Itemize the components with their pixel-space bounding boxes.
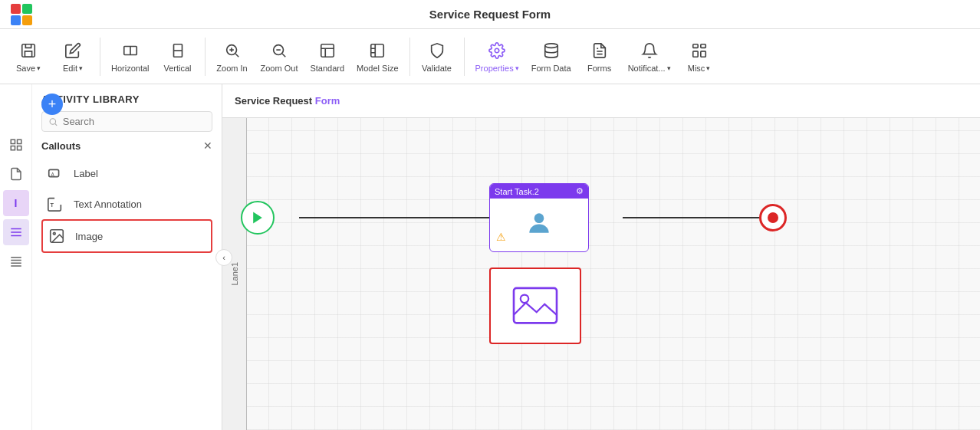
model-size-button[interactable]: Model Size bbox=[352, 34, 403, 80]
svg-rect-23 bbox=[17, 140, 21, 143]
list-item-image[interactable]: Image bbox=[41, 219, 212, 253]
divider-1 bbox=[100, 38, 100, 76]
side-tab-doc[interactable] bbox=[3, 161, 29, 187]
save-button[interactable]: Save▾ bbox=[8, 34, 49, 80]
edit-button[interactable]: Edit▾ bbox=[52, 34, 94, 80]
vertical-button[interactable]: Vertical bbox=[157, 34, 199, 80]
canvas-area[interactable]: Service Request Form Lane1 bbox=[222, 84, 980, 430]
side-tabs: I bbox=[0, 84, 32, 430]
vertical-icon bbox=[167, 40, 189, 61]
main-area: I + ACTIVITY LIBRARY bbox=[0, 84, 980, 430]
image-node[interactable] bbox=[489, 268, 581, 344]
divider-2 bbox=[205, 38, 206, 76]
svg-text:A: A bbox=[51, 172, 55, 177]
vertical-label: Vertical bbox=[163, 64, 191, 73]
image-icon bbox=[46, 225, 67, 247]
canvas-title-highlight: Form bbox=[315, 95, 340, 107]
svg-rect-21 bbox=[700, 51, 705, 57]
user-icon bbox=[525, 208, 554, 238]
canvas-title: Service Request Form bbox=[235, 95, 340, 107]
lane-header: Lane1 bbox=[222, 118, 247, 430]
edit-icon bbox=[62, 40, 84, 61]
end-node[interactable] bbox=[759, 204, 787, 231]
misc-button[interactable]: Misc▾ bbox=[679, 34, 720, 80]
side-tab-i[interactable]: I bbox=[3, 190, 29, 216]
model-size-icon bbox=[367, 40, 388, 61]
section-header: Callouts ✕ bbox=[41, 140, 212, 152]
form-data-icon bbox=[541, 40, 562, 61]
svg-text:T: T bbox=[51, 202, 54, 208]
zoom-in-label: Zoom In bbox=[216, 64, 247, 73]
task-node[interactable]: Start Task.2 ⚙ ⚠ bbox=[489, 183, 589, 252]
svg-point-42 bbox=[534, 213, 544, 223]
task-title: Start Task.2 bbox=[495, 187, 539, 196]
add-button[interactable]: + bbox=[41, 94, 63, 115]
search-input[interactable] bbox=[63, 116, 206, 127]
horizontal-button[interactable]: Horizontal bbox=[107, 34, 154, 80]
task-gear-icon[interactable]: ⚙ bbox=[576, 186, 584, 196]
collapse-button[interactable]: ‹ bbox=[215, 249, 232, 266]
label-icon: A bbox=[44, 162, 66, 184]
flow-diagram bbox=[247, 118, 980, 430]
standard-button[interactable]: Standard bbox=[305, 34, 349, 80]
canvas-title-bar: Service Request Form bbox=[222, 84, 980, 118]
misc-label: Misc▾ bbox=[688, 64, 711, 73]
form-data-button[interactable]: Form Data bbox=[527, 34, 576, 80]
validate-label: Validate bbox=[422, 64, 452, 73]
svg-point-33 bbox=[50, 118, 55, 123]
list-item-label[interactable]: A Label bbox=[41, 158, 212, 189]
divider-3 bbox=[409, 38, 410, 76]
app-logo bbox=[11, 4, 32, 25]
svg-rect-13 bbox=[371, 44, 384, 57]
sidebar: I + ACTIVITY LIBRARY bbox=[0, 84, 222, 430]
lane-label: Lane1 bbox=[230, 262, 239, 286]
top-bar: Service Request Form bbox=[0, 0, 980, 29]
end-inner bbox=[768, 212, 778, 223]
edit-label: Edit▾ bbox=[63, 64, 83, 73]
side-tab-grid[interactable] bbox=[3, 132, 29, 158]
image-placeholder-icon bbox=[508, 283, 562, 329]
panel-header: ACTIVITY LIBRARY bbox=[41, 94, 212, 105]
validate-icon bbox=[426, 40, 448, 61]
properties-button[interactable]: Properties▾ bbox=[471, 34, 524, 80]
properties-label: Properties▾ bbox=[475, 64, 519, 73]
section-title: Callouts bbox=[41, 140, 81, 152]
forms-icon bbox=[589, 40, 610, 61]
page-title: Service Request Form bbox=[429, 8, 551, 21]
zoom-out-label: Zoom Out bbox=[261, 64, 298, 73]
image-item-text: Image bbox=[75, 231, 103, 242]
svg-line-34 bbox=[55, 123, 57, 125]
svg-rect-0 bbox=[22, 44, 35, 57]
start-play-icon bbox=[250, 210, 265, 225]
svg-rect-22 bbox=[11, 140, 15, 143]
search-icon bbox=[48, 117, 58, 127]
side-tab-lines[interactable] bbox=[3, 219, 29, 245]
text-annotation-item-text: Text Annotation bbox=[74, 199, 142, 210]
svg-rect-43 bbox=[514, 288, 557, 323]
toolbar: Save▾ Edit▾ Horizontal bbox=[0, 29, 980, 84]
validate-button[interactable]: Validate bbox=[416, 34, 458, 80]
misc-icon bbox=[689, 40, 710, 61]
form-data-label: Form Data bbox=[531, 64, 571, 73]
svg-point-39 bbox=[53, 232, 55, 235]
svg-point-15 bbox=[544, 44, 557, 48]
forms-button[interactable]: Forms bbox=[579, 34, 620, 80]
start-node[interactable] bbox=[241, 201, 275, 235]
save-icon bbox=[18, 40, 39, 61]
library-panel: ACTIVITY LIBRARY Callouts ✕ A bbox=[32, 84, 222, 430]
side-tab-list[interactable] bbox=[3, 248, 29, 274]
notifications-button[interactable]: Notificat...▾ bbox=[623, 34, 676, 80]
close-button[interactable]: ✕ bbox=[203, 140, 212, 152]
svg-rect-25 bbox=[17, 146, 21, 150]
zoom-out-button[interactable]: Zoom Out bbox=[256, 34, 303, 80]
svg-point-14 bbox=[495, 48, 499, 53]
zoom-in-button[interactable]: Zoom In bbox=[212, 34, 253, 80]
list-item-text-annotation[interactable]: T Text Annotation bbox=[41, 189, 212, 219]
text-annotation-icon: T bbox=[44, 193, 66, 215]
warning-icon: ⚠ bbox=[496, 231, 506, 243]
properties-icon bbox=[486, 40, 508, 61]
svg-rect-18 bbox=[692, 44, 697, 48]
svg-rect-19 bbox=[700, 44, 705, 48]
task-header: Start Task.2 ⚙ bbox=[490, 184, 588, 199]
svg-rect-12 bbox=[321, 44, 334, 57]
